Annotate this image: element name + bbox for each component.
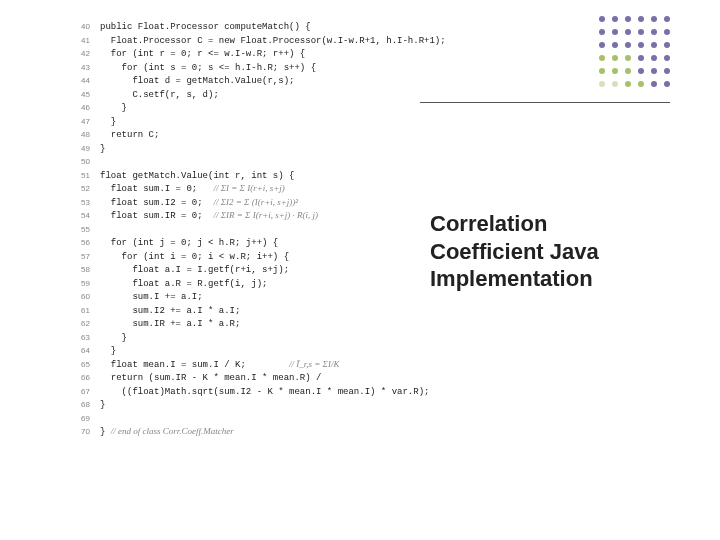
code-text: float sum.IR = 0; // ΣIR = Σ I(r+i, s+j)… xyxy=(100,209,318,224)
line-number: 69 xyxy=(70,412,90,426)
line-number: 55 xyxy=(70,223,90,237)
line-number: 46 xyxy=(70,101,90,115)
line-number: 59 xyxy=(70,277,90,291)
dot xyxy=(651,16,657,22)
code-line: 48 return C; xyxy=(70,128,410,142)
code-line: 68} xyxy=(70,398,410,412)
code-line: 43 for (int s = 0; s <= h.I-h.R; s++) { xyxy=(70,61,410,75)
code-text: float a.R = R.getf(i, j); xyxy=(100,278,267,292)
code-line: 46 } xyxy=(70,101,410,115)
code-line: 55 xyxy=(70,223,410,237)
line-number: 67 xyxy=(70,385,90,399)
line-number: 52 xyxy=(70,182,90,196)
code-line: 60 sum.I += a.I; xyxy=(70,290,410,304)
dot xyxy=(625,29,631,35)
dot xyxy=(612,16,618,22)
code-text: float d = getMatch.Value(r,s); xyxy=(100,75,294,89)
dot xyxy=(638,42,644,48)
code-text: } xyxy=(100,116,116,130)
line-number: 56 xyxy=(70,236,90,250)
code-text: } xyxy=(100,143,105,157)
code-text: float a.I = I.getf(r+i, s+j); xyxy=(100,264,289,278)
dot xyxy=(651,29,657,35)
code-text: float getMatch.Value(int r, int s) { xyxy=(100,170,294,184)
line-number: 61 xyxy=(70,304,90,318)
code-line: 45 C.setf(r, s, d); xyxy=(70,88,410,102)
line-number: 43 xyxy=(70,61,90,75)
code-text: for (int i = 0; i < w.R; i++) { xyxy=(100,251,289,265)
dot xyxy=(599,42,605,48)
dot xyxy=(651,55,657,61)
dot xyxy=(625,55,631,61)
dot xyxy=(664,68,670,74)
code-line: 67 ((float)Math.sqrt(sum.I2 - K * mean.I… xyxy=(70,385,410,399)
line-number: 63 xyxy=(70,331,90,345)
title-line-2: Coefficient Java xyxy=(430,238,660,266)
code-line: 65 float mean.I = sum.I / K; // Ī_r,s = … xyxy=(70,358,410,372)
line-number: 42 xyxy=(70,47,90,61)
code-text: C.setf(r, s, d); xyxy=(100,89,219,103)
code-text: return C; xyxy=(100,129,159,143)
code-line: 58 float a.I = I.getf(r+i, s+j); xyxy=(70,263,410,277)
code-line: 42 for (int r = 0; r <= w.I-w.R; r++) { xyxy=(70,47,410,61)
title-line-1: Correlation xyxy=(430,210,660,238)
code-line: 41 Float.Processor C = new Float.Process… xyxy=(70,34,410,48)
code-line: 64 } xyxy=(70,344,410,358)
dot xyxy=(651,68,657,74)
line-number: 65 xyxy=(70,358,90,372)
dot xyxy=(664,16,670,22)
line-number: 58 xyxy=(70,263,90,277)
code-line: 69 xyxy=(70,412,410,426)
code-text: ((float)Math.sqrt(sum.I2 - K * mean.I * … xyxy=(100,386,429,400)
code-line: 44 float d = getMatch.Value(r,s); xyxy=(70,74,410,88)
dot xyxy=(625,42,631,48)
dot xyxy=(612,68,618,74)
code-text: } xyxy=(100,399,105,413)
dot xyxy=(664,81,670,87)
line-number: 53 xyxy=(70,196,90,210)
line-number: 66 xyxy=(70,371,90,385)
title-line-3: Implementation xyxy=(430,265,660,293)
code-line: 61 sum.I2 += a.I * a.I; xyxy=(70,304,410,318)
line-number: 68 xyxy=(70,398,90,412)
dot xyxy=(651,42,657,48)
dot xyxy=(612,42,618,48)
line-number: 48 xyxy=(70,128,90,142)
code-line: 57 for (int i = 0; i < w.R; i++) { xyxy=(70,250,410,264)
code-listing: 40public Float.Processor computeMatch() … xyxy=(70,20,410,439)
line-number: 62 xyxy=(70,317,90,331)
dot xyxy=(638,81,644,87)
dot xyxy=(625,16,631,22)
line-number: 54 xyxy=(70,209,90,223)
dot xyxy=(599,68,605,74)
dot xyxy=(612,55,618,61)
divider-line xyxy=(420,102,670,103)
code-text: } // end of class Corr.Coeff.Matcher xyxy=(100,425,234,440)
line-number: 64 xyxy=(70,344,90,358)
code-line: 50 xyxy=(70,155,410,169)
code-text: float sum.I = 0; // ΣI = Σ I(r+i, s+j) xyxy=(100,182,285,197)
code-line: 66 return (sum.IR - K * mean.I * mean.R)… xyxy=(70,371,410,385)
code-text: public Float.Processor computeMatch() { xyxy=(100,21,311,35)
dot xyxy=(625,68,631,74)
dot xyxy=(638,68,644,74)
dot xyxy=(612,81,618,87)
code-text: float sum.I2 = 0; // ΣI2 = Σ (I(r+i, s+j… xyxy=(100,196,298,211)
dot xyxy=(664,55,670,61)
line-number: 51 xyxy=(70,169,90,183)
code-text: } xyxy=(100,102,127,116)
code-line: 62 sum.IR += a.I * a.R; xyxy=(70,317,410,331)
code-text: } xyxy=(100,332,127,346)
code-line: 63 } xyxy=(70,331,410,345)
code-text: return (sum.IR - K * mean.I * mean.R) / xyxy=(100,372,321,386)
dot xyxy=(599,29,605,35)
line-number: 41 xyxy=(70,34,90,48)
line-number: 57 xyxy=(70,250,90,264)
slide-title: Correlation Coefficient Java Implementat… xyxy=(430,210,660,293)
dot xyxy=(638,55,644,61)
dot xyxy=(612,29,618,35)
code-line: 53 float sum.I2 = 0; // ΣI2 = Σ (I(r+i, … xyxy=(70,196,410,210)
code-text: for (int s = 0; s <= h.I-h.R; s++) { xyxy=(100,62,316,76)
code-line: 52 float sum.I = 0; // ΣI = Σ I(r+i, s+j… xyxy=(70,182,410,196)
dot xyxy=(599,81,605,87)
